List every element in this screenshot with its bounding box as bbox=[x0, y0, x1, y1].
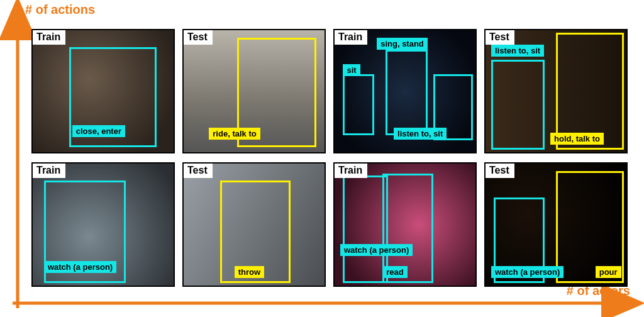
panel-r0c0: Trainclose, enter bbox=[31, 29, 175, 153]
split-tag: Train bbox=[33, 30, 65, 45]
action-label: throw bbox=[235, 266, 264, 278]
action-label: hold, talk to bbox=[550, 133, 604, 145]
action-label: read bbox=[382, 266, 407, 278]
action-label: listen to, sit bbox=[491, 45, 544, 57]
action-label: watch (a person) bbox=[491, 266, 564, 278]
split-tag: Train bbox=[33, 164, 65, 178]
y-axis-label: # of actions bbox=[25, 3, 95, 17]
panel-r1c0: Trainwatch (a person) bbox=[31, 162, 175, 287]
bounding-box bbox=[343, 74, 374, 135]
panel-grid: Trainclose, enter Testride, talk to Trai… bbox=[28, 24, 631, 294]
action-label: sit bbox=[343, 64, 360, 76]
panel-r0c1: Testride, talk to bbox=[182, 29, 326, 153]
action-label: listen to, sit bbox=[394, 128, 447, 140]
split-tag: Train bbox=[335, 30, 367, 45]
split-tag: Test bbox=[184, 30, 213, 45]
split-tag: Test bbox=[486, 164, 514, 178]
panel-r1c2: Trainwatch (a person)read bbox=[333, 162, 477, 287]
split-tag: Test bbox=[486, 30, 514, 45]
panel-r1c1: Testthrow bbox=[182, 162, 326, 287]
panel-r0c2: Trainsitsing, standlisten to, sit bbox=[333, 29, 477, 153]
panel-r0c3: Testlisten to, sithold, talk to bbox=[484, 29, 628, 153]
action-label: watch (a person) bbox=[44, 261, 116, 273]
action-label: pour bbox=[596, 266, 621, 278]
bounding-box bbox=[386, 50, 428, 135]
action-label: ride, talk to bbox=[209, 128, 260, 140]
split-tag: Test bbox=[184, 164, 213, 178]
action-label: sing, stand bbox=[377, 38, 428, 50]
action-label: watch (a person) bbox=[340, 244, 413, 256]
action-label: close, enter bbox=[72, 125, 125, 137]
split-tag: Train bbox=[335, 164, 367, 178]
panel-r1c3: Testwatch (a person)pour bbox=[484, 162, 628, 287]
bounding-box bbox=[343, 175, 388, 283]
bounding-box bbox=[491, 60, 545, 150]
